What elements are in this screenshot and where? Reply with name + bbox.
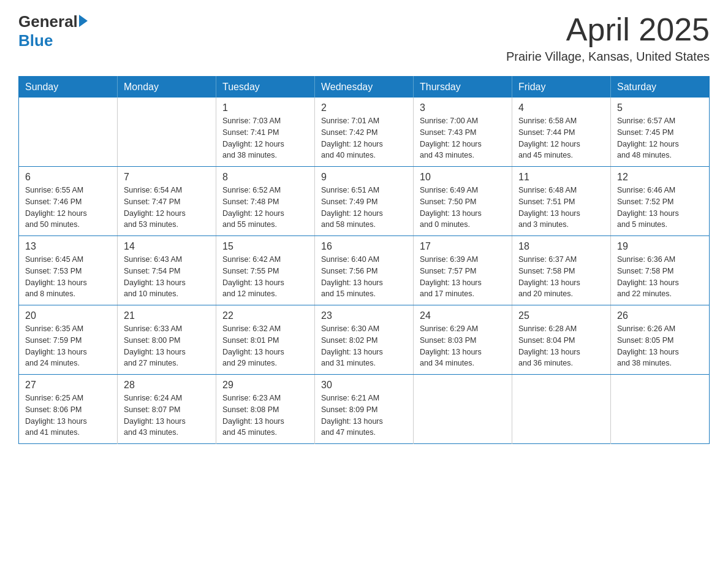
day-info: Sunrise: 6:32 AM Sunset: 8:01 PM Dayligh… <box>222 323 308 369</box>
calendar-cell: 10Sunrise: 6:49 AM Sunset: 7:50 PM Dayli… <box>414 167 512 236</box>
calendar-cell: 4Sunrise: 6:58 AM Sunset: 7:44 PM Daylig… <box>512 98 611 167</box>
calendar-table: SundayMondayTuesdayWednesdayThursdayFrid… <box>18 76 710 444</box>
day-number: 2 <box>321 102 407 113</box>
weekday-header: Saturday <box>611 77 710 98</box>
day-number: 15 <box>222 241 308 252</box>
day-info: Sunrise: 6:39 AM Sunset: 7:57 PM Dayligh… <box>420 254 506 300</box>
calendar-cell: 6Sunrise: 6:55 AM Sunset: 7:46 PM Daylig… <box>19 167 118 236</box>
day-number: 25 <box>518 310 604 321</box>
day-info: Sunrise: 6:52 AM Sunset: 7:48 PM Dayligh… <box>222 185 308 231</box>
day-info: Sunrise: 6:46 AM Sunset: 7:52 PM Dayligh… <box>617 185 703 231</box>
day-number: 28 <box>124 380 210 391</box>
day-info: Sunrise: 6:25 AM Sunset: 8:06 PM Dayligh… <box>25 393 111 439</box>
calendar-cell <box>118 98 216 167</box>
day-number: 16 <box>321 241 407 252</box>
day-number: 3 <box>420 102 506 113</box>
calendar-cell: 11Sunrise: 6:48 AM Sunset: 7:51 PM Dayli… <box>512 167 611 236</box>
day-info: Sunrise: 6:48 AM Sunset: 7:51 PM Dayligh… <box>518 185 604 231</box>
calendar-cell: 14Sunrise: 6:43 AM Sunset: 7:54 PM Dayli… <box>118 236 216 305</box>
title-area: April 2025 Prairie Village, Kansas, Unit… <box>506 12 710 64</box>
day-number: 20 <box>25 310 111 321</box>
day-info: Sunrise: 6:54 AM Sunset: 7:47 PM Dayligh… <box>124 185 210 231</box>
weekday-header: Sunday <box>19 77 118 98</box>
day-number: 23 <box>321 310 407 321</box>
day-number: 24 <box>420 310 506 321</box>
calendar-cell: 19Sunrise: 6:36 AM Sunset: 7:58 PM Dayli… <box>611 236 710 305</box>
day-number: 29 <box>222 380 308 391</box>
logo-arrow-icon <box>79 15 88 27</box>
day-info: Sunrise: 6:42 AM Sunset: 7:55 PM Dayligh… <box>222 254 308 300</box>
logo-general-text: General <box>18 12 78 31</box>
day-info: Sunrise: 7:01 AM Sunset: 7:42 PM Dayligh… <box>321 115 407 161</box>
calendar-cell: 13Sunrise: 6:45 AM Sunset: 7:53 PM Dayli… <box>19 236 118 305</box>
calendar-cell: 23Sunrise: 6:30 AM Sunset: 8:02 PM Dayli… <box>315 305 414 375</box>
day-info: Sunrise: 6:21 AM Sunset: 8:09 PM Dayligh… <box>321 393 407 439</box>
calendar-cell: 9Sunrise: 6:51 AM Sunset: 7:49 PM Daylig… <box>315 167 414 236</box>
day-number: 30 <box>321 380 407 391</box>
day-number: 21 <box>124 310 210 321</box>
day-info: Sunrise: 6:40 AM Sunset: 7:56 PM Dayligh… <box>321 254 407 300</box>
day-number: 22 <box>222 310 308 321</box>
day-number: 8 <box>222 172 308 183</box>
calendar-cell: 24Sunrise: 6:29 AM Sunset: 8:03 PM Dayli… <box>414 305 512 375</box>
calendar-cell: 22Sunrise: 6:32 AM Sunset: 8:01 PM Dayli… <box>216 305 315 375</box>
weekday-header: Thursday <box>414 77 512 98</box>
day-info: Sunrise: 6:55 AM Sunset: 7:46 PM Dayligh… <box>25 185 111 231</box>
calendar-cell: 5Sunrise: 6:57 AM Sunset: 7:45 PM Daylig… <box>611 98 710 167</box>
calendar-cell <box>512 375 611 444</box>
day-info: Sunrise: 6:26 AM Sunset: 8:05 PM Dayligh… <box>617 323 703 369</box>
calendar-cell: 17Sunrise: 6:39 AM Sunset: 7:57 PM Dayli… <box>414 236 512 305</box>
day-number: 9 <box>321 172 407 183</box>
day-number: 19 <box>617 241 703 252</box>
day-number: 12 <box>617 172 703 183</box>
day-info: Sunrise: 6:29 AM Sunset: 8:03 PM Dayligh… <box>420 323 506 369</box>
day-info: Sunrise: 6:30 AM Sunset: 8:02 PM Dayligh… <box>321 323 407 369</box>
calendar-cell: 25Sunrise: 6:28 AM Sunset: 8:04 PM Dayli… <box>512 305 611 375</box>
calendar-cell: 3Sunrise: 7:00 AM Sunset: 7:43 PM Daylig… <box>414 98 512 167</box>
page-header: General Blue April 2025 Prairie Village,… <box>18 12 710 64</box>
calendar-week-row: 20Sunrise: 6:35 AM Sunset: 7:59 PM Dayli… <box>19 305 710 375</box>
calendar-cell: 12Sunrise: 6:46 AM Sunset: 7:52 PM Dayli… <box>611 167 710 236</box>
day-info: Sunrise: 6:49 AM Sunset: 7:50 PM Dayligh… <box>420 185 506 231</box>
day-number: 5 <box>617 102 703 113</box>
day-info: Sunrise: 6:24 AM Sunset: 8:07 PM Dayligh… <box>124 393 210 439</box>
calendar-cell: 27Sunrise: 6:25 AM Sunset: 8:06 PM Dayli… <box>19 375 118 444</box>
day-info: Sunrise: 6:51 AM Sunset: 7:49 PM Dayligh… <box>321 185 407 231</box>
day-info: Sunrise: 6:58 AM Sunset: 7:44 PM Dayligh… <box>518 115 604 161</box>
day-number: 17 <box>420 241 506 252</box>
day-info: Sunrise: 6:33 AM Sunset: 8:00 PM Dayligh… <box>124 323 210 369</box>
day-info: Sunrise: 6:35 AM Sunset: 7:59 PM Dayligh… <box>25 323 111 369</box>
calendar-cell: 28Sunrise: 6:24 AM Sunset: 8:07 PM Dayli… <box>118 375 216 444</box>
calendar-subtitle: Prairie Village, Kansas, United States <box>506 50 710 64</box>
day-number: 18 <box>518 241 604 252</box>
calendar-cell: 29Sunrise: 6:23 AM Sunset: 8:08 PM Dayli… <box>216 375 315 444</box>
calendar-title: April 2025 <box>506 12 710 47</box>
day-info: Sunrise: 6:45 AM Sunset: 7:53 PM Dayligh… <box>25 254 111 300</box>
calendar-cell: 8Sunrise: 6:52 AM Sunset: 7:48 PM Daylig… <box>216 167 315 236</box>
weekday-header: Monday <box>118 77 216 98</box>
calendar-cell: 20Sunrise: 6:35 AM Sunset: 7:59 PM Dayli… <box>19 305 118 375</box>
calendar-cell: 26Sunrise: 6:26 AM Sunset: 8:05 PM Dayli… <box>611 305 710 375</box>
calendar-cell: 7Sunrise: 6:54 AM Sunset: 7:47 PM Daylig… <box>118 167 216 236</box>
day-info: Sunrise: 6:36 AM Sunset: 7:58 PM Dayligh… <box>617 254 703 300</box>
calendar-cell: 18Sunrise: 6:37 AM Sunset: 7:58 PM Dayli… <box>512 236 611 305</box>
day-number: 10 <box>420 172 506 183</box>
calendar-cell <box>414 375 512 444</box>
calendar-cell <box>19 98 118 167</box>
day-number: 27 <box>25 380 111 391</box>
day-info: Sunrise: 6:57 AM Sunset: 7:45 PM Dayligh… <box>617 115 703 161</box>
day-info: Sunrise: 7:03 AM Sunset: 7:41 PM Dayligh… <box>222 115 308 161</box>
day-number: 4 <box>518 102 604 113</box>
day-number: 7 <box>124 172 210 183</box>
day-number: 1 <box>222 102 308 113</box>
calendar-cell: 1Sunrise: 7:03 AM Sunset: 7:41 PM Daylig… <box>216 98 315 167</box>
calendar-week-row: 1Sunrise: 7:03 AM Sunset: 7:41 PM Daylig… <box>19 98 710 167</box>
calendar-header-row: SundayMondayTuesdayWednesdayThursdayFrid… <box>19 77 710 98</box>
calendar-week-row: 13Sunrise: 6:45 AM Sunset: 7:53 PM Dayli… <box>19 236 710 305</box>
day-number: 13 <box>25 241 111 252</box>
day-number: 6 <box>25 172 111 183</box>
logo-blue-text: Blue <box>18 31 88 50</box>
calendar-cell: 2Sunrise: 7:01 AM Sunset: 7:42 PM Daylig… <box>315 98 414 167</box>
weekday-header: Friday <box>512 77 611 98</box>
day-number: 14 <box>124 241 210 252</box>
